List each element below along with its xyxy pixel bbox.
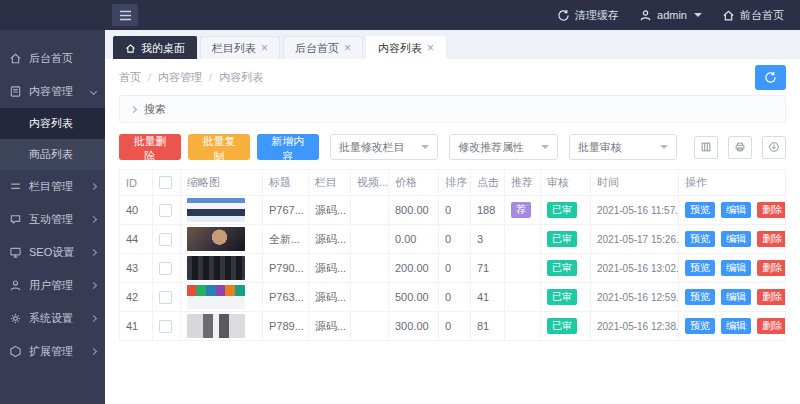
edit-button[interactable]: 编辑 [721,231,751,247]
sidebar-subitem-label: 商品列表 [29,147,73,162]
gear-icon [9,312,22,325]
print-button[interactable] [728,136,752,159]
select-all-checkbox[interactable] [159,176,172,189]
sidebar-item-admin-home[interactable]: 后台首页 [0,42,105,75]
chevron-right-icon [90,348,97,355]
preview-button[interactable]: 预览 [685,260,715,276]
export-button[interactable] [762,136,786,159]
audit-badge: 已审 [547,260,577,276]
row-checkbox[interactable] [159,320,172,333]
close-icon[interactable]: × [344,42,351,54]
user-menu[interactable]: admin [639,9,702,22]
cell-click: 71 [471,254,505,283]
select-value: 修改推荐属性 [458,140,524,155]
batch-change-category-select[interactable]: 批量修改栏目 [330,134,439,160]
sidebar-item-content-mgmt[interactable]: 内容管理 [0,75,105,108]
cell-sort: 0 [439,283,471,312]
sidebar-item-label: 栏目管理 [29,179,73,194]
delete-button[interactable]: 删除 [757,231,785,247]
tab-content-list[interactable]: 内容列表 × [366,36,446,59]
edit-button[interactable]: 编辑 [721,260,751,276]
refresh-icon [764,71,777,84]
batch-audit-select[interactable]: 批量审核 [569,134,678,160]
cell-recommend [505,254,541,283]
sidebar-item-extension-mgmt[interactable]: 扩展管理 [0,335,105,368]
cell-video [351,312,389,341]
sidebar-item-content-list[interactable]: 内容列表 [0,108,105,139]
row-thumbnail[interactable] [187,314,245,338]
clear-cache-button[interactable]: 清理缓存 [557,8,619,23]
sidebar-item-seo-settings[interactable]: SEO设置 [0,236,105,269]
delete-button[interactable]: 删除 [757,202,785,218]
preview-button[interactable]: 预览 [685,289,715,305]
cell-price: 500.00 [389,283,439,312]
row-checkbox[interactable] [159,233,172,246]
sidebar-item-goods-list[interactable]: 商品列表 [0,139,105,170]
row-checkbox[interactable] [159,204,172,217]
tab-my-desktop[interactable]: 我的桌面 [113,36,197,59]
sidebar-item-label: 系统设置 [29,311,73,326]
edit-button[interactable]: 编辑 [721,318,751,334]
delete-button[interactable]: 删除 [757,318,785,334]
sidebar-item-label: 后台首页 [29,51,73,66]
add-content-button[interactable]: 新增内容 [257,134,319,160]
cell-video [351,225,389,254]
cell-price: 200.00 [389,254,439,283]
breadcrumb-content-mgmt[interactable]: 内容管理 [158,70,202,85]
sidebar-item-column-mgmt[interactable]: 栏目管理 [0,170,105,203]
sidebar-item-system-settings[interactable]: 系统设置 [0,302,105,335]
table-row: 42 P763... 源码... 500.00 0 41 已审 2021-05-… [120,283,786,312]
search-collapse[interactable]: 搜索 [119,95,786,123]
change-recommend-select[interactable]: 修改推荐属性 [449,134,558,160]
row-thumbnail[interactable] [187,227,245,251]
row-checkbox[interactable] [159,262,172,275]
breadcrumb-home[interactable]: 首页 [119,70,141,85]
breadcrumb-content-list: 内容列表 [219,70,263,85]
delete-button[interactable]: 删除 [757,260,785,276]
row-thumbnail[interactable] [187,198,245,222]
print-icon [734,141,746,153]
preview-button[interactable]: 预览 [685,202,715,218]
sidebar: 后台首页 内容管理 内容列表 商品列表 栏目管理 互动管理 [0,30,105,404]
sidebar-item-interact-mgmt[interactable]: 互动管理 [0,203,105,236]
export-icon [768,141,780,153]
preview-button[interactable]: 预览 [685,231,715,247]
batch-delete-button[interactable]: 批量删除 [119,134,181,160]
tab-admin-home[interactable]: 后台首页 × [283,36,363,59]
close-icon[interactable]: × [427,42,434,54]
cell-recommend [505,283,541,312]
preview-button[interactable]: 预览 [685,318,715,334]
chevron-down-icon [90,88,97,95]
cell-category: 源码... [309,283,351,312]
tab-label: 内容列表 [378,41,422,56]
header-recommend: 推荐 [505,170,541,196]
close-icon[interactable]: × [261,42,268,54]
batch-copy-button[interactable]: 批量复制 [188,134,250,160]
hamburger-icon [119,10,132,21]
sidebar-toggle-button[interactable] [112,4,138,26]
sidebar-item-user-mgmt[interactable]: 用户管理 [0,269,105,302]
sidebar-item-label: 用户管理 [29,278,73,293]
header-time: 时间 [591,170,679,196]
table-row: 41 P789... 源码... 300.00 0 81 已审 2021-05-… [120,312,786,341]
cell-id: 40 [120,196,153,225]
row-thumbnail[interactable] [187,256,245,280]
table-row: 43 P790... 源码... 200.00 0 71 已审 2021-05-… [120,254,786,283]
refresh-page-button[interactable] [755,65,786,90]
filter-columns-button[interactable] [694,136,718,159]
edit-button[interactable]: 编辑 [721,202,751,218]
delete-button[interactable]: 删除 [757,289,785,305]
cell-time: 2021-05-16 12:59... [591,283,679,312]
row-thumbnail[interactable] [187,285,245,309]
cell-video [351,254,389,283]
sidebar-subitem-label: 内容列表 [29,116,73,131]
row-checkbox[interactable] [159,291,172,304]
chevron-down-icon [541,145,549,149]
edit-button[interactable]: 编辑 [721,289,751,305]
list-icon [9,180,22,193]
sidebar-item-label: SEO设置 [29,245,74,260]
tab-column-list[interactable]: 栏目列表 × [200,36,280,59]
home-icon [9,52,22,65]
chevron-right-icon [90,183,97,190]
front-home-link[interactable]: 前台首页 [722,8,784,23]
